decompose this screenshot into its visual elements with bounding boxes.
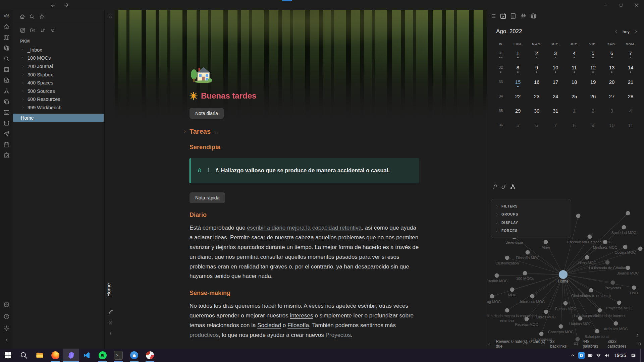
taskbar-spotify-icon[interactable] xyxy=(95,349,110,362)
action-center-icon[interactable] xyxy=(631,353,636,358)
vault-switcher-icon[interactable] xyxy=(3,302,10,308)
calendar-day[interactable]: 21 xyxy=(621,78,640,92)
graph-node[interactable] xyxy=(544,240,548,244)
calendar-day[interactable]: 3 xyxy=(546,49,565,63)
back-button[interactable] xyxy=(50,2,56,8)
incoming-links-icon[interactable] xyxy=(492,184,498,190)
graph-node[interactable] xyxy=(576,214,581,218)
search-icon[interactable] xyxy=(3,56,10,62)
folder-item[interactable]: 400 Spaces xyxy=(13,79,104,87)
star-icon[interactable] xyxy=(39,14,45,19)
close-pane-icon[interactable] xyxy=(108,320,113,325)
graph-node[interactable] xyxy=(490,294,494,299)
calendar-day[interactable]: 15 xyxy=(508,78,527,92)
folder-item[interactable]: 100 MOCs xyxy=(13,54,104,63)
graph-node[interactable] xyxy=(510,288,515,292)
graph-node[interactable] xyxy=(564,301,568,306)
outgoing-links-icon[interactable] xyxy=(501,184,507,190)
calendar-day[interactable]: 7 xyxy=(546,121,565,135)
graph-node[interactable] xyxy=(632,286,636,290)
folder-item[interactable]: _Inbox xyxy=(13,46,104,54)
graph-panel-section[interactable]: FILTERS xyxy=(491,202,571,210)
file-item-selected[interactable]: Home xyxy=(13,114,104,122)
graph-node[interactable] xyxy=(622,225,626,230)
calendar-day[interactable]: 5 xyxy=(584,49,602,63)
calendar-day[interactable]: 6 xyxy=(602,49,621,63)
new-folder-icon[interactable] xyxy=(30,27,36,33)
calendar-day[interactable]: 13 xyxy=(602,63,621,78)
week-number[interactable]: 34 xyxy=(493,92,508,107)
send-icon[interactable] xyxy=(3,131,10,137)
folder-item[interactable]: 200 Journal xyxy=(13,62,104,71)
graph-node[interactable] xyxy=(603,240,607,244)
maximize-button[interactable] xyxy=(613,0,629,10)
calendar-day[interactable]: 8 xyxy=(565,121,584,135)
graph-node[interactable] xyxy=(544,310,548,314)
taskbar-messaging-icon[interactable] xyxy=(126,349,142,362)
random-note-icon[interactable] xyxy=(3,45,10,51)
calendar-icon[interactable] xyxy=(3,141,10,148)
calendar-day[interactable]: 1 xyxy=(565,107,584,121)
taskbar-start-icon[interactable] xyxy=(0,349,16,362)
week-number[interactable]: 32 xyxy=(493,63,508,78)
vault-title[interactable]: PKM xyxy=(13,36,104,46)
map-icon[interactable] xyxy=(3,34,10,41)
calendar-day[interactable]: 20 xyxy=(602,78,621,92)
volume-icon[interactable] xyxy=(604,353,610,358)
graph-node[interactable] xyxy=(638,247,643,251)
graph-node[interactable] xyxy=(595,329,599,334)
calendar-day[interactable]: 12 xyxy=(584,63,602,78)
calendar-day[interactable]: 18 xyxy=(565,78,584,92)
calendar-day[interactable]: 23 xyxy=(527,92,546,107)
terminal-icon[interactable] xyxy=(3,109,10,116)
calendar-day[interactable]: 30 xyxy=(527,107,546,121)
calendar-day[interactable]: 2 xyxy=(527,49,546,63)
backlinks-count[interactable]: 33 backlinks xyxy=(550,339,569,349)
week-number[interactable]: 35 xyxy=(493,107,508,121)
internal-link[interactable]: diario xyxy=(198,254,212,260)
graph-view-icon[interactable] xyxy=(510,184,516,190)
calendar-day[interactable]: 9 xyxy=(527,63,546,78)
cards-icon[interactable] xyxy=(530,13,537,19)
graph-node[interactable] xyxy=(614,321,618,326)
graph-node[interactable] xyxy=(585,255,589,260)
folder-item[interactable]: 999 Workbench xyxy=(13,104,104,112)
list-icon[interactable] xyxy=(490,13,496,19)
calendar-day[interactable]: 8 xyxy=(508,63,527,78)
taskbar-firefox-icon[interactable] xyxy=(47,349,63,362)
calendar-day[interactable]: 26 xyxy=(584,92,602,107)
calendar-day[interactable]: 11 xyxy=(565,63,584,78)
pane-drag-handle[interactable] xyxy=(108,13,113,19)
calendar-day[interactable]: 4 xyxy=(621,107,640,121)
calendar-day[interactable]: 2 xyxy=(584,107,602,121)
calendar-day[interactable]: 7 xyxy=(621,49,640,63)
taskbar-terminal-icon[interactable]: >_ xyxy=(110,349,126,362)
week-number[interactable]: 33 xyxy=(493,78,508,92)
graph-panel-section[interactable]: DISPLAY xyxy=(491,219,571,227)
calendar-day[interactable]: 24 xyxy=(546,92,565,107)
taskbar-vscode-icon[interactable] xyxy=(79,349,95,362)
graph-node[interactable] xyxy=(605,260,610,265)
hashtag-icon[interactable] xyxy=(520,13,527,19)
taskbar-search-icon[interactable] xyxy=(16,349,32,362)
calendar-day[interactable]: 9 xyxy=(584,121,602,135)
calendar-check-icon[interactable] xyxy=(500,13,506,19)
calendar-day[interactable]: 10 xyxy=(602,121,621,135)
calendar-day[interactable]: 17 xyxy=(546,78,565,92)
calendar-day[interactable]: 1 xyxy=(508,49,527,63)
calendar-day[interactable]: 22 xyxy=(508,92,527,107)
reading-mode-icon[interactable] xyxy=(574,342,578,346)
sort-icon[interactable] xyxy=(40,27,46,33)
expand-sidebar-icon[interactable] xyxy=(635,333,640,338)
home-icon[interactable] xyxy=(19,14,25,19)
graph-node[interactable] xyxy=(617,301,622,305)
taskbar-obsidian-icon[interactable] xyxy=(63,349,79,362)
internal-link[interactable]: Filosofía xyxy=(287,322,309,328)
minimize-button[interactable] xyxy=(598,0,613,10)
quick-note-button[interactable]: Nota rápida xyxy=(190,192,225,203)
stacked-panes-icon[interactable] xyxy=(3,99,10,105)
graph-node[interactable] xyxy=(626,266,630,270)
internal-link[interactable]: escribir a diario mejora la capacidad re… xyxy=(247,225,362,231)
graph-node[interactable] xyxy=(589,288,593,293)
review-icon[interactable] xyxy=(3,152,10,159)
